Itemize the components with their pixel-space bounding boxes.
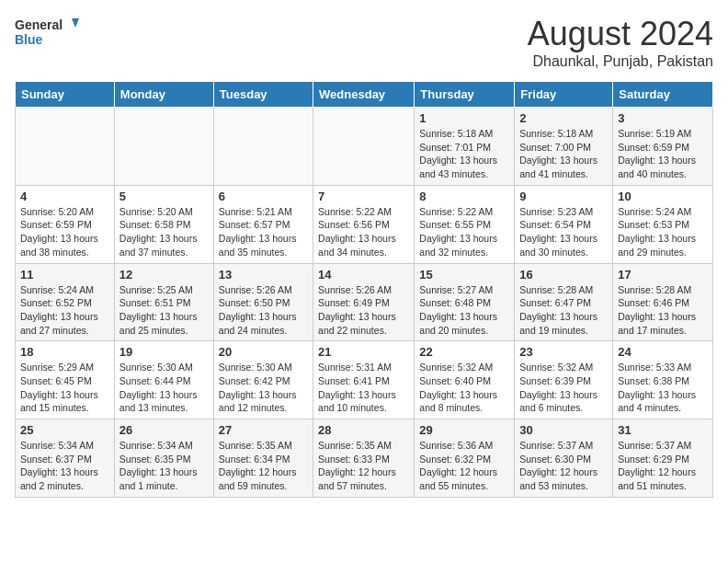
calendar-day-cell: 10Sunrise: 5:24 AM Sunset: 6:53 PM Dayli… [613, 185, 713, 263]
weekday-header-cell: Wednesday [313, 82, 415, 108]
day-detail: Sunrise: 5:30 AM Sunset: 6:42 PM Dayligh… [219, 361, 308, 415]
calendar-day-cell: 12Sunrise: 5:25 AM Sunset: 6:51 PM Dayli… [114, 263, 213, 341]
calendar-day-cell: 16Sunrise: 5:28 AM Sunset: 6:47 PM Dayli… [515, 263, 613, 341]
day-number: 8 [419, 190, 509, 203]
day-detail: Sunrise: 5:28 AM Sunset: 6:46 PM Dayligh… [618, 283, 708, 338]
calendar-day-cell: 22Sunrise: 5:32 AM Sunset: 6:40 PM Dayli… [415, 341, 515, 419]
calendar-day-cell [114, 108, 213, 186]
day-number: 12 [119, 268, 209, 282]
day-number: 23 [519, 345, 608, 359]
day-detail: Sunrise: 5:37 AM Sunset: 6:30 PM Dayligh… [519, 439, 608, 493]
day-detail: Sunrise: 5:32 AM Sunset: 6:40 PM Dayligh… [419, 361, 509, 415]
day-number: 26 [119, 423, 209, 437]
calendar-day-cell: 2Sunrise: 5:18 AM Sunset: 7:00 PM Daylig… [515, 108, 613, 186]
day-detail: Sunrise: 5:22 AM Sunset: 6:55 PM Dayligh… [419, 205, 509, 259]
calendar-day-cell: 27Sunrise: 5:35 AM Sunset: 6:34 PM Dayli… [213, 419, 313, 498]
page-header: General Blue August 2024 Dhaunkal, Punja… [15, 15, 713, 70]
day-number: 14 [318, 268, 409, 282]
calendar-day-cell [16, 108, 115, 186]
day-detail: Sunrise: 5:24 AM Sunset: 6:52 PM Dayligh… [20, 283, 109, 338]
calendar-day-cell: 6Sunrise: 5:21 AM Sunset: 6:57 PM Daylig… [213, 185, 313, 263]
day-number: 25 [20, 423, 109, 437]
logo-svg: General Blue [15, 15, 79, 53]
calendar-day-cell: 31Sunrise: 5:37 AM Sunset: 6:29 PM Dayli… [613, 419, 713, 498]
day-detail: Sunrise: 5:19 AM Sunset: 6:59 PM Dayligh… [618, 127, 708, 181]
day-number: 22 [419, 345, 509, 359]
day-number: 19 [119, 345, 209, 359]
calendar-day-cell: 3Sunrise: 5:19 AM Sunset: 6:59 PM Daylig… [613, 108, 713, 186]
day-detail: Sunrise: 5:26 AM Sunset: 6:50 PM Dayligh… [219, 283, 308, 338]
calendar-day-cell: 23Sunrise: 5:32 AM Sunset: 6:39 PM Dayli… [515, 341, 613, 419]
day-detail: Sunrise: 5:33 AM Sunset: 6:38 PM Dayligh… [618, 361, 708, 415]
day-detail: Sunrise: 5:27 AM Sunset: 6:48 PM Dayligh… [419, 283, 509, 338]
calendar-day-cell: 18Sunrise: 5:29 AM Sunset: 6:45 PM Dayli… [16, 341, 115, 419]
day-detail: Sunrise: 5:29 AM Sunset: 6:45 PM Dayligh… [20, 361, 109, 415]
calendar-day-cell: 26Sunrise: 5:34 AM Sunset: 6:35 PM Dayli… [114, 419, 213, 498]
calendar-day-cell: 9Sunrise: 5:23 AM Sunset: 6:54 PM Daylig… [515, 185, 613, 263]
day-number: 10 [618, 190, 708, 203]
day-number: 2 [519, 111, 608, 125]
day-detail: Sunrise: 5:37 AM Sunset: 6:29 PM Dayligh… [618, 439, 708, 493]
calendar-week-row: 1Sunrise: 5:18 AM Sunset: 7:01 PM Daylig… [16, 108, 713, 186]
day-number: 15 [419, 268, 509, 282]
calendar-table: SundayMondayTuesdayWednesdayThursdayFrid… [15, 81, 713, 498]
calendar-day-cell: 29Sunrise: 5:36 AM Sunset: 6:32 PM Dayli… [415, 419, 515, 498]
day-detail: Sunrise: 5:31 AM Sunset: 6:41 PM Dayligh… [318, 361, 409, 415]
day-number: 21 [318, 345, 409, 359]
weekday-header-cell: Thursday [415, 82, 515, 108]
day-detail: Sunrise: 5:28 AM Sunset: 6:47 PM Dayligh… [519, 283, 608, 338]
day-number: 11 [20, 268, 109, 282]
page-subtitle: Dhaunkal, Punjab, Pakistan [528, 53, 713, 70]
day-number: 17 [618, 268, 708, 282]
title-block: August 2024 Dhaunkal, Punjab, Pakistan [528, 15, 713, 70]
logo: General Blue [15, 15, 79, 53]
calendar-day-cell: 21Sunrise: 5:31 AM Sunset: 6:41 PM Dayli… [313, 341, 415, 419]
weekday-header-cell: Sunday [16, 82, 115, 108]
day-detail: Sunrise: 5:35 AM Sunset: 6:33 PM Dayligh… [318, 439, 409, 493]
day-number: 28 [318, 423, 409, 437]
day-number: 16 [519, 268, 608, 282]
calendar-day-cell: 20Sunrise: 5:30 AM Sunset: 6:42 PM Dayli… [213, 341, 313, 419]
day-number: 5 [119, 190, 209, 203]
svg-marker-2 [72, 18, 79, 28]
day-number: 29 [419, 423, 509, 437]
day-number: 18 [20, 345, 109, 359]
day-detail: Sunrise: 5:35 AM Sunset: 6:34 PM Dayligh… [219, 439, 308, 493]
calendar-day-cell: 5Sunrise: 5:20 AM Sunset: 6:58 PM Daylig… [114, 185, 213, 263]
calendar-week-row: 18Sunrise: 5:29 AM Sunset: 6:45 PM Dayli… [16, 341, 713, 419]
calendar-day-cell: 8Sunrise: 5:22 AM Sunset: 6:55 PM Daylig… [415, 185, 515, 263]
calendar-week-row: 25Sunrise: 5:34 AM Sunset: 6:37 PM Dayli… [16, 419, 713, 498]
day-detail: Sunrise: 5:34 AM Sunset: 6:37 PM Dayligh… [20, 439, 109, 493]
day-detail: Sunrise: 5:32 AM Sunset: 6:39 PM Dayligh… [519, 361, 608, 415]
day-detail: Sunrise: 5:24 AM Sunset: 6:53 PM Dayligh… [618, 205, 708, 259]
calendar-day-cell: 4Sunrise: 5:20 AM Sunset: 6:59 PM Daylig… [16, 185, 115, 263]
calendar-day-cell: 14Sunrise: 5:26 AM Sunset: 6:49 PM Dayli… [313, 263, 415, 341]
svg-text:Blue: Blue [15, 32, 43, 47]
page-title: August 2024 [528, 15, 713, 53]
day-number: 3 [618, 111, 708, 125]
weekday-header-row: SundayMondayTuesdayWednesdayThursdayFrid… [16, 82, 713, 108]
day-detail: Sunrise: 5:36 AM Sunset: 6:32 PM Dayligh… [419, 439, 509, 493]
day-number: 30 [519, 423, 608, 437]
day-number: 7 [318, 190, 409, 203]
calendar-day-cell: 1Sunrise: 5:18 AM Sunset: 7:01 PM Daylig… [415, 108, 515, 186]
calendar-day-cell: 15Sunrise: 5:27 AM Sunset: 6:48 PM Dayli… [415, 263, 515, 341]
day-detail: Sunrise: 5:18 AM Sunset: 7:01 PM Dayligh… [419, 127, 509, 181]
day-number: 4 [20, 190, 109, 203]
day-number: 31 [618, 423, 708, 437]
calendar-day-cell: 25Sunrise: 5:34 AM Sunset: 6:37 PM Dayli… [16, 419, 115, 498]
day-number: 27 [219, 423, 308, 437]
day-number: 6 [219, 190, 308, 203]
day-detail: Sunrise: 5:34 AM Sunset: 6:35 PM Dayligh… [119, 439, 209, 493]
day-detail: Sunrise: 5:26 AM Sunset: 6:49 PM Dayligh… [318, 283, 409, 338]
calendar-day-cell [213, 108, 313, 186]
day-detail: Sunrise: 5:22 AM Sunset: 6:56 PM Dayligh… [318, 205, 409, 259]
day-number: 13 [219, 268, 308, 282]
calendar-day-cell: 24Sunrise: 5:33 AM Sunset: 6:38 PM Dayli… [613, 341, 713, 419]
calendar-week-row: 11Sunrise: 5:24 AM Sunset: 6:52 PM Dayli… [16, 263, 713, 341]
calendar-day-cell: 19Sunrise: 5:30 AM Sunset: 6:44 PM Dayli… [114, 341, 213, 419]
day-number: 1 [419, 111, 509, 125]
calendar-day-cell: 7Sunrise: 5:22 AM Sunset: 6:56 PM Daylig… [313, 185, 415, 263]
calendar-week-row: 4Sunrise: 5:20 AM Sunset: 6:59 PM Daylig… [16, 185, 713, 263]
day-detail: Sunrise: 5:18 AM Sunset: 7:00 PM Dayligh… [519, 127, 608, 181]
